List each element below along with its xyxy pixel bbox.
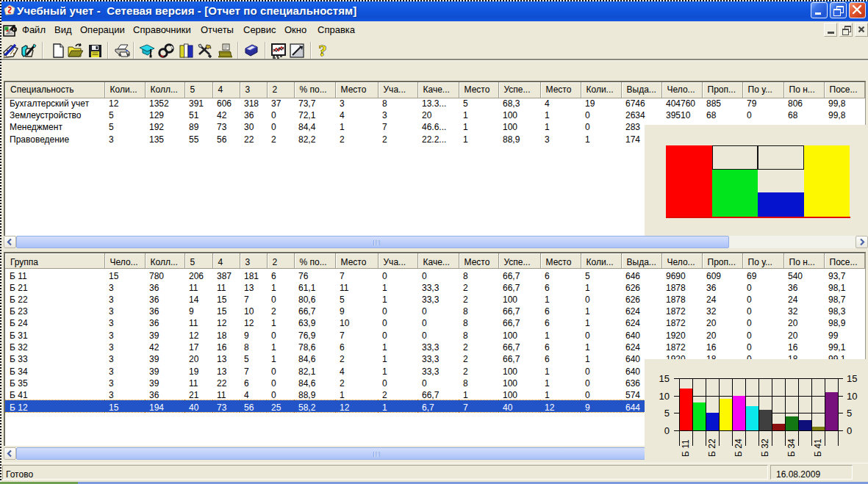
svg-text:?: ?: [319, 43, 327, 59]
svg-text:Б 32: Б 32: [760, 438, 770, 457]
svg-text:10: 10: [659, 391, 670, 402]
svg-text:0: 0: [664, 425, 670, 436]
svg-text:Б 34: Б 34: [786, 438, 797, 457]
svg-text:10: 10: [847, 391, 857, 402]
svg-text:15: 15: [659, 373, 670, 384]
svg-text:Б 11: Б 11: [681, 439, 691, 457]
svg-text:15: 15: [847, 373, 857, 384]
svg-text:Б 41: Б 41: [813, 438, 823, 457]
svg-text:Б 22: Б 22: [707, 438, 717, 457]
svg-text:Б 24: Б 24: [734, 438, 744, 457]
svg-text:5: 5: [847, 408, 852, 419]
svg-text:5: 5: [664, 408, 670, 419]
svg-text:0: 0: [847, 425, 852, 436]
